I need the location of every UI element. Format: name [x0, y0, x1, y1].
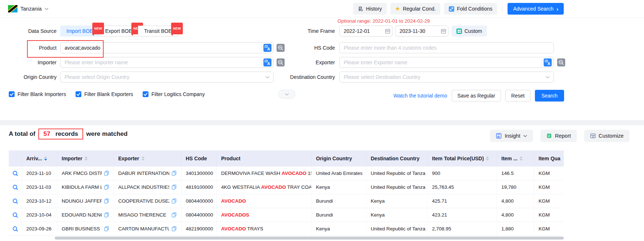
fold-conditions-label: Fold Conditions — [457, 6, 492, 12]
copy-icon[interactable] — [171, 198, 177, 204]
column-header-item-total-price-usd[interactable]: Item Total Price(USD) — [428, 150, 497, 167]
exporter-field[interactable] — [340, 57, 541, 68]
checkbox-checked-icon[interactable] — [9, 91, 15, 97]
copy-icon[interactable] — [171, 226, 177, 232]
chevron-down-icon[interactable] — [545, 76, 554, 79]
origin-country-select[interactable] — [60, 72, 274, 83]
search-button[interactable]: Search — [535, 90, 564, 102]
importer-field[interactable] — [61, 57, 261, 68]
cell-origin-country: Kenya — [312, 180, 366, 194]
checkbox-filter-blank-exporters[interactable]: Filter Blank Exporters — [76, 91, 133, 97]
customize-button[interactable]: Customize — [584, 130, 630, 142]
translate-icon[interactable]: A — [542, 58, 554, 66]
destination-country-field[interactable] — [340, 72, 545, 82]
date-to-input[interactable] — [395, 26, 448, 37]
cell-importer: GBRI BUSINESS S — [57, 222, 114, 236]
cell-origin-country: Kenya — [312, 222, 366, 236]
column-header-arriv[interactable]: Arriv... — [22, 150, 57, 167]
results-summary: A total of 57 records were matched — [9, 129, 128, 139]
tanzania-flag-icon — [8, 5, 18, 12]
divider — [502, 5, 502, 12]
chevron-down-icon[interactable] — [265, 76, 273, 79]
cell-product: AVOCADO — [217, 194, 312, 208]
sort-icon[interactable] — [44, 156, 47, 161]
row-detail-magnifier-icon[interactable] — [9, 222, 22, 236]
horizontal-scrollbar[interactable] — [55, 237, 564, 240]
tutorial-demo-link[interactable]: Watch the tutorial demo — [393, 93, 447, 99]
hs-code-input[interactable] — [339, 42, 554, 53]
top-bar: Tanzania History ★ Regular Cond. — [0, 0, 644, 18]
insight-button[interactable]: BI Insight — [490, 130, 533, 142]
country-switcher[interactable]: Tanzania — [8, 0, 49, 18]
row-detail-magnifier-icon[interactable] — [9, 167, 22, 180]
sort-icon[interactable] — [85, 156, 88, 161]
copy-icon[interactable] — [104, 198, 109, 204]
calendar-icon[interactable] — [383, 28, 392, 34]
advanced-search-button[interactable]: Advanced Search › — [508, 3, 564, 15]
date-to-value[interactable] — [396, 26, 439, 36]
copy-icon[interactable] — [104, 171, 109, 176]
product-value[interactable] — [61, 43, 261, 53]
tab-import-boe[interactable]: Import BOE NEW — [60, 26, 99, 37]
importer-input[interactable]: A — [60, 57, 274, 68]
translate-icon[interactable]: A — [262, 44, 273, 52]
cell-destination-country: United Republic of Tanza — [366, 222, 428, 236]
origin-country-field[interactable] — [61, 72, 265, 82]
cell-hs-code: 4821900000 — [181, 222, 217, 236]
column-header-importer[interactable]: Importer — [57, 150, 114, 167]
checkbox-filter-blank-importers[interactable]: Filter Blank Importers — [9, 91, 66, 97]
exporter-input[interactable]: A — [339, 57, 554, 68]
report-icon — [546, 133, 552, 139]
custom-label: Custom — [464, 28, 482, 34]
copy-icon[interactable] — [104, 226, 109, 232]
cell-item-quantity-unit: KGM — [534, 167, 564, 180]
reset-button[interactable]: Reset — [505, 90, 531, 102]
checkbox-checked-icon[interactable] — [76, 91, 81, 97]
importer-name: KIBIDULA FARM LI — [62, 184, 102, 190]
sort-icon[interactable] — [486, 156, 489, 161]
row-detail-magnifier-icon[interactable] — [9, 208, 22, 222]
tab-transit-boe[interactable]: Transit BOE NEW — [138, 26, 178, 37]
copy-icon[interactable] — [171, 171, 177, 176]
sort-icon[interactable] — [142, 156, 144, 161]
row-detail-magnifier-icon[interactable] — [9, 180, 22, 194]
custom-range-button[interactable]: Custom — [452, 26, 487, 37]
checkbox-filter-logitics-company[interactable]: Filter Logitics Company — [143, 91, 205, 97]
table-row: 2023-10-12NDUNGU JAFFERSCOOPERATIVE DUSE… — [9, 194, 564, 208]
hs-code-field[interactable] — [340, 43, 554, 53]
column-header-exporter[interactable]: Exporter — [114, 150, 181, 167]
country-name: Tanzania — [20, 6, 42, 12]
customize-table-icon — [590, 133, 596, 139]
tab-label: Export BOE — [105, 28, 132, 34]
fold-conditions-button[interactable]: Fold Conditions — [444, 3, 497, 15]
product-text: DERMOVIVA FACE WASH — [221, 171, 282, 176]
customize-label: Customize — [599, 133, 624, 139]
regular-cond-button[interactable]: ★ Regular Cond. — [390, 3, 441, 15]
date-from-value[interactable] — [340, 26, 383, 36]
date-from-input[interactable] — [339, 26, 393, 37]
cell-exporter: MISAGO THERENCE — [114, 208, 181, 222]
copy-icon[interactable] — [104, 212, 109, 218]
destination-country-select[interactable] — [339, 72, 554, 83]
exact-search-icon[interactable] — [557, 58, 565, 66]
copy-icon[interactable] — [171, 184, 177, 190]
checkbox-checked-icon[interactable] — [143, 91, 149, 97]
sort-icon[interactable] — [520, 156, 522, 161]
calendar-icon[interactable] — [439, 28, 448, 34]
cell-item-total-price: 423.21 — [428, 208, 497, 222]
column-header-item[interactable]: Item ... — [497, 150, 534, 167]
history-button[interactable]: History — [353, 3, 387, 15]
collapse-conditions-button[interactable] — [278, 90, 295, 99]
copy-icon[interactable] — [171, 212, 177, 218]
product-keyword-highlight: AVOCADOS — [221, 212, 249, 218]
cell-product: AVOCADO TRAYS — [217, 222, 312, 236]
tab-export-boe[interactable]: Export BOE NEW — [99, 26, 138, 37]
column-header-label: Item Qua — [539, 156, 560, 161]
row-detail-magnifier-icon[interactable] — [9, 194, 22, 208]
save-as-regular-button[interactable]: Save as Regular — [452, 90, 501, 102]
copy-icon[interactable] — [104, 184, 109, 190]
custom-icon — [456, 28, 462, 34]
product-input[interactable]: A — [60, 42, 274, 53]
report-button[interactable]: Report — [540, 130, 577, 142]
translate-icon[interactable]: A — [262, 58, 273, 66]
